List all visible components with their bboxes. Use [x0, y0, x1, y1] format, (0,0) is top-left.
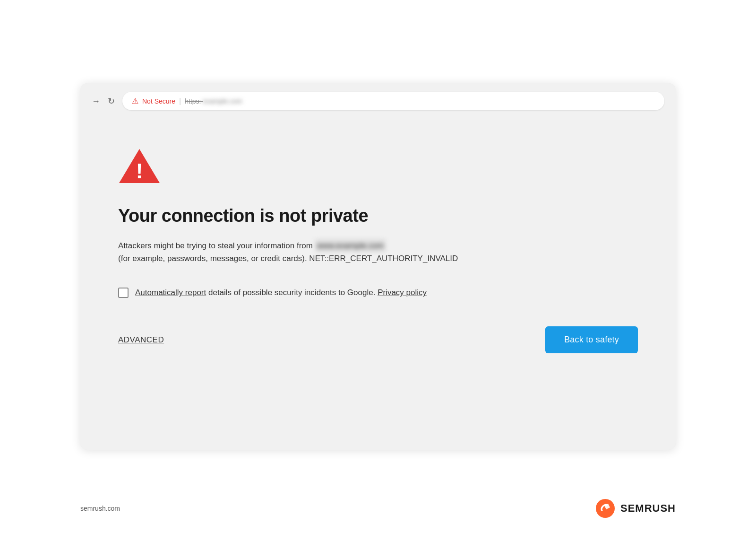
- svg-point-2: [596, 499, 615, 518]
- report-label: Automatically report details of possible…: [135, 288, 427, 297]
- address-bar[interactable]: ⚠ Not Secure | https: example.com: [122, 92, 664, 110]
- forward-button[interactable]: →: [92, 97, 100, 105]
- footer-url: semrush.com: [80, 505, 120, 512]
- divider: |: [179, 97, 181, 105]
- back-to-safety-button[interactable]: Back to safety: [545, 326, 638, 353]
- semrush-icon: [595, 498, 616, 519]
- site-url-blurred: www.example.com: [315, 239, 386, 252]
- browser-window: → ↻ ⚠ Not Secure | https: example.com ! …: [80, 83, 676, 450]
- actions-row: ADVANCED Back to safety: [118, 326, 638, 353]
- report-section: Automatically report details of possible…: [118, 288, 638, 298]
- security-warning-icon: ⚠: [132, 96, 138, 105]
- url-blurred-part: example.com: [203, 97, 242, 105]
- report-checkbox[interactable]: [118, 288, 129, 298]
- large-warning-icon: !: [118, 147, 161, 185]
- automatically-report-link[interactable]: Automatically report: [135, 288, 206, 297]
- semrush-brand-name: SEMRUSH: [620, 502, 676, 515]
- error-description: Attackers might be trying to steal your …: [118, 239, 496, 265]
- reload-button[interactable]: ↻: [108, 97, 115, 105]
- browser-toolbar: → ↻ ⚠ Not Secure | https: example.com: [80, 83, 676, 119]
- privacy-policy-link[interactable]: Privacy policy: [378, 288, 427, 297]
- advanced-link[interactable]: ADVANCED: [118, 335, 164, 345]
- semrush-logo: SEMRUSH: [595, 498, 676, 519]
- not-secure-label: Not Secure: [142, 97, 175, 105]
- error-title: Your connection is not private: [118, 206, 638, 226]
- error-page-content: ! Your connection is not private Attacke…: [80, 119, 676, 450]
- svg-text:!: !: [136, 159, 143, 183]
- page-footer: semrush.com SEMRUSH: [80, 498, 676, 519]
- url-display: https: example.com: [185, 97, 242, 105]
